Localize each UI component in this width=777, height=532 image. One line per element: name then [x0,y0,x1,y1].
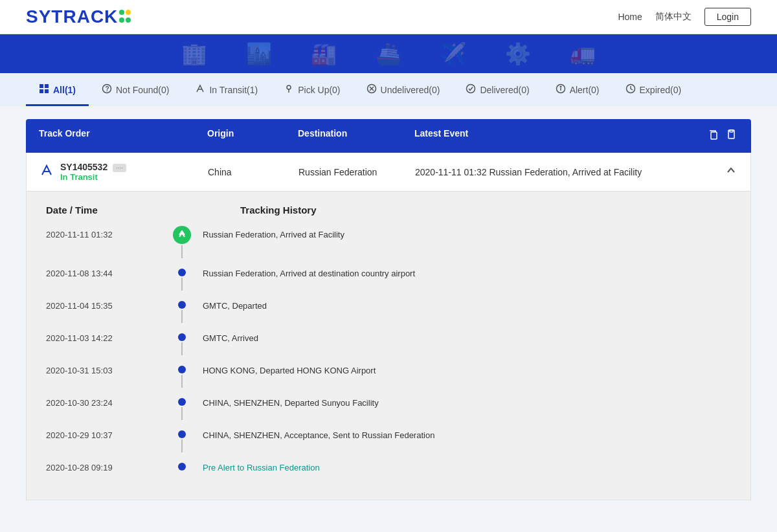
timeline-item: 2020-11-11 01:32Russian Federation, Arri… [46,226,731,258]
timeline-node [178,269,186,276]
date-time-header: Date / Time [46,205,240,216]
timeline-item: 2020-10-30 23:24CHINA, SHENZHEN, Departe… [46,395,731,420]
timeline-item: 2020-11-03 14:22GMTC, Arrived [46,331,731,355]
order-id-section: SY1405532 ···· In Transit [39,162,208,182]
banner-plane-icon: ✈️ [440,41,466,66]
order-destination: Russian Federation [298,167,415,177]
tab-expired[interactable]: Expired(0) [613,73,695,106]
tab-in-transit-label: In Transit(1) [209,85,258,95]
banner-ship-icon: 🚢 [376,41,401,66]
timeline-line [181,310,183,323]
check-circle-icon [466,83,476,96]
tab-undelivered[interactable]: Undelivered(0) [354,73,453,106]
svg-rect-18 [730,130,733,132]
timeline-line [181,439,183,452]
grid-icon [39,83,49,96]
tabs-section: All(1) ? Not Found(0) In Transit(1) Pick… [0,73,777,106]
col-latest-event: Latest Event [414,128,699,144]
tab-pick-up[interactable]: Pick Up(0) [271,73,353,106]
timeline-event: CHINA, SHENZHEN, Acceptance, Sent to Rus… [195,428,434,440]
order-status: In Transit [60,172,126,182]
in-transit-icon [39,163,54,181]
tab-all[interactable]: All(1) [26,73,89,106]
timeline-node-col [169,331,195,355]
order-id: SY1405532 [60,162,107,172]
tracking-history-header: Tracking History [240,205,731,216]
svg-point-7 [287,85,291,89]
tab-not-found-label: Not Found(0) [116,85,169,95]
table-header: Track Order Origin Destination Latest Ev… [26,119,751,153]
tab-alert-label: Alert(0) [570,85,600,95]
x-circle-icon [366,83,377,96]
timeline-datetime: 2020-11-08 13:44 [46,266,169,278]
timeline-datetime: 2020-11-03 14:22 [46,331,169,343]
timeline-node [178,398,186,406]
tab-expired-label: Expired(0) [640,85,682,95]
timeline-line [181,375,183,388]
tab-in-transit[interactable]: In Transit(1) [182,73,271,106]
svg-rect-2 [39,89,43,93]
timeline-event: GMTC, Arrived [195,331,258,343]
col-destination: Destination [298,128,414,144]
tab-undelivered-label: Undelivered(0) [381,85,440,95]
timeline-node-col [169,226,195,258]
question-icon: ? [102,83,112,96]
logo-dot-1 [119,10,124,15]
timeline-event: Russian Federation, Arrived at Facility [195,226,344,239]
timeline-item: 2020-10-31 15:03HONG KONG, Departed HONG… [46,363,731,388]
svg-rect-0 [39,84,43,88]
timeline-line [181,245,183,258]
timeline-datetime: 2020-10-28 09:19 [46,460,169,472]
svg-point-14 [560,86,561,87]
logo-dot-2 [126,10,131,15]
timeline-datetime: 2020-11-11 01:32 [46,226,169,239]
order-summary[interactable]: SY1405532 ···· In Transit China Russian … [27,153,750,191]
timeline-node [178,301,186,309]
home-link[interactable]: Home [618,12,642,22]
timeline-node [178,333,186,341]
svg-rect-1 [45,84,49,88]
timeline-item: 2020-11-08 13:44Russian Federation, Arri… [46,266,731,291]
svg-point-11 [467,85,475,93]
copy-button[interactable] [707,128,720,144]
timeline-line [181,342,183,355]
timeline-event: Pre Alert to Russian Federation [195,460,320,472]
timeline-node [178,366,186,373]
timeline-event: HONG KONG, Departed HONG KONG Airport [195,363,376,375]
tabs: All(1) ? Not Found(0) In Transit(1) Pick… [26,73,751,106]
timeline-event: Russian Federation, Arrived at destinati… [195,266,415,278]
timeline-item: 2020-11-04 15:35GMTC, Departed [46,298,731,323]
timeline-datetime: 2020-11-04 15:35 [46,298,169,311]
chevron-up-icon[interactable] [699,164,738,180]
header: SYTRACK Home 简体中文 Login [0,0,777,34]
timeline-node [178,463,186,471]
login-button[interactable]: Login [704,8,751,26]
paste-button[interactable] [725,128,738,144]
timeline-node-col [169,363,195,388]
banner-gear-icon: ⚙️ [505,41,531,66]
language-link[interactable]: 简体中文 [655,11,692,23]
banner-truck-icon: 🚛 [570,41,596,66]
col-origin: Origin [207,128,298,144]
svg-text:?: ? [106,85,109,93]
banner-factory-icon: 🏭 [311,41,337,66]
tab-alert[interactable]: Alert(0) [543,73,613,106]
order-id-badge: ···· [113,164,126,172]
transit-icon [195,83,205,96]
timeline-node-col [169,428,195,452]
tab-delivered-label: Delivered(0) [480,85,529,95]
banner-building-icon: 🏢 [181,41,207,66]
timeline-container: 2020-11-11 01:32Russian Federation, Arri… [46,226,731,472]
order-latest-event: 2020-11-11 01:32 Russian Federation, Arr… [415,167,699,177]
timeline-item: 2020-10-28 09:19Pre Alert to Russian Fed… [46,460,731,472]
pin-icon [284,83,294,96]
tab-delivered[interactable]: Delivered(0) [453,73,542,106]
svg-rect-16 [711,132,717,139]
tab-not-found[interactable]: ? Not Found(0) [89,73,182,106]
header-nav: Home 简体中文 Login [618,8,751,26]
tab-all-label: All(1) [53,85,76,95]
table-header-actions [699,128,738,144]
banner-icons: 🏢 🏙️ 🏭 🚢 ✈️ ⚙️ 🚛 [181,41,596,66]
timeline-datetime: 2020-10-30 23:24 [46,395,169,408]
logo-dots [119,10,133,24]
